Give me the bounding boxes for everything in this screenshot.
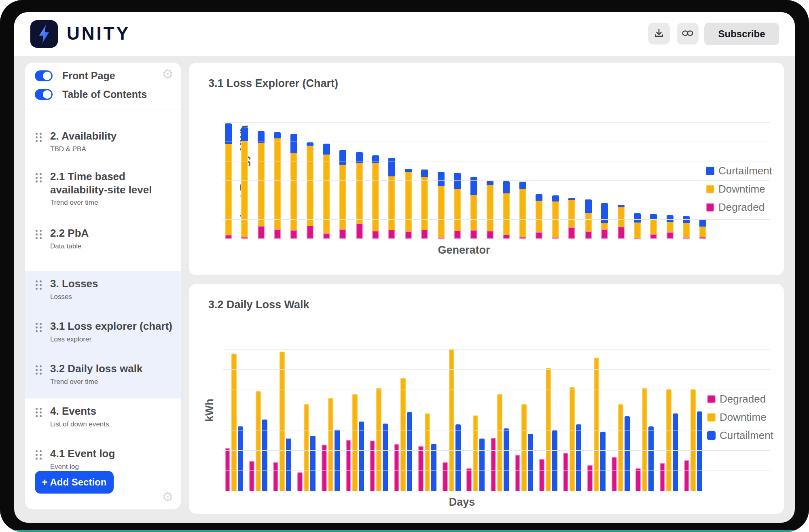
drag-handle-icon[interactable] xyxy=(36,280,42,290)
stacked-bar xyxy=(487,181,493,239)
share-link-button[interactable] xyxy=(677,23,699,45)
section-title: 2. Availability xyxy=(50,129,173,143)
download-button[interactable] xyxy=(648,23,670,45)
degraded-swatch-icon xyxy=(707,395,716,403)
day-group xyxy=(394,378,412,491)
degraded-segment xyxy=(470,230,477,239)
gridline xyxy=(223,239,770,239)
sidebar-section-item[interactable]: 4. EventsList of down events xyxy=(25,405,181,428)
curtailment-segment xyxy=(470,177,477,195)
toggle-knob xyxy=(43,72,51,80)
day-group xyxy=(370,388,388,491)
day-group xyxy=(491,394,509,491)
x-axis-label: Generator xyxy=(223,244,705,256)
downtime-segment xyxy=(339,165,346,229)
section-subtitle: Trend over time xyxy=(50,378,181,386)
downtime-segment xyxy=(601,223,608,229)
add-section-button[interactable]: + Add Section xyxy=(35,471,114,494)
toggle-row: Front Page xyxy=(35,70,115,82)
drag-handle-icon[interactable] xyxy=(36,408,42,417)
stacked-bar xyxy=(634,213,641,239)
degraded-segment xyxy=(536,232,542,239)
stacked-bar xyxy=(618,205,625,239)
degraded-segment xyxy=(487,231,493,239)
degraded-bar xyxy=(612,457,617,491)
degraded-segment xyxy=(258,226,265,239)
y-axis-label: kWh xyxy=(203,399,216,422)
drag-handle-icon[interactable] xyxy=(36,450,42,460)
downtime-bar xyxy=(521,404,527,491)
curtailment-bar xyxy=(286,439,291,491)
curtailment-bar xyxy=(310,436,316,492)
curtailment-segment xyxy=(667,215,673,222)
loss-explorer-card: 3.1 Loss Explorer (Chart) Lost Energy MW… xyxy=(189,63,784,275)
section-subtitle: Loss explorer xyxy=(50,335,181,343)
curtailment-bar xyxy=(576,424,581,491)
legend-label: Curtailment xyxy=(720,429,773,442)
legend-label: Downtime xyxy=(720,411,767,424)
gridline xyxy=(223,430,770,430)
legend-label: Degraded xyxy=(720,393,766,405)
sidebar-section-item[interactable]: 2. AvailabilityTBD & PBA xyxy=(25,129,181,153)
gear-icon[interactable]: ⚙ xyxy=(162,490,174,503)
downtime-segment xyxy=(290,153,297,230)
drag-handle-icon[interactable] xyxy=(36,323,42,332)
day-group xyxy=(635,388,654,491)
sidebar-section-item[interactable]: 3. LossesLosses xyxy=(25,277,181,301)
toggle-switch[interactable] xyxy=(35,89,53,100)
degraded-bar xyxy=(660,463,665,491)
drag-handle-icon[interactable] xyxy=(36,133,42,142)
downtime-segment xyxy=(307,146,313,226)
curtailment-segment xyxy=(438,172,445,186)
downtime-segment xyxy=(323,155,330,233)
link-icon xyxy=(682,27,694,40)
legend-entry: Downtime xyxy=(707,408,773,426)
downtime-segment xyxy=(487,185,493,231)
legend-entry: Degraded xyxy=(706,198,772,216)
stacked-bar xyxy=(323,144,330,239)
subscribe-button[interactable]: Subscribe xyxy=(704,23,779,45)
sidebar-toggle-area: ⚙ Front PageTable of Contents xyxy=(25,63,181,110)
degraded-bar xyxy=(515,455,520,491)
gear-icon[interactable]: ⚙ xyxy=(162,68,174,81)
downtime-bar xyxy=(497,394,502,491)
curtailment-segment xyxy=(650,214,657,220)
drag-handle-icon[interactable] xyxy=(36,173,42,182)
degraded-segment xyxy=(568,227,575,239)
section-subtitle: Event log xyxy=(50,463,181,471)
degraded-segment xyxy=(421,230,428,239)
stacked-bar xyxy=(274,132,281,239)
section-title: 4.1 Event log xyxy=(50,447,173,460)
downtime-bar xyxy=(594,358,599,491)
curtailment-swatch-icon xyxy=(707,431,716,440)
sidebar-section-item[interactable]: 2.2 PbAData table xyxy=(25,227,181,250)
curtailment-segment xyxy=(307,142,313,145)
stacked-bar xyxy=(667,215,673,239)
downtime-bar xyxy=(618,404,623,491)
drag-handle-icon[interactable] xyxy=(36,365,42,375)
toggle-switch[interactable] xyxy=(35,70,53,81)
degraded-bar xyxy=(635,468,641,492)
downtime-bar xyxy=(304,404,309,491)
gridline xyxy=(223,369,770,370)
degraded-segment xyxy=(372,231,379,239)
day-group xyxy=(297,404,316,491)
downtime-segment xyxy=(519,189,526,237)
day-group xyxy=(515,404,533,491)
sidebar-section-item[interactable]: 3.1 Loss explorer (chart)Loss explorer xyxy=(25,320,181,343)
chart-title: 3.2 Daily Loss Walk xyxy=(208,299,309,311)
degraded-bar xyxy=(273,462,278,492)
legend: DegradedDowntimeCurtailment xyxy=(707,390,773,445)
stacked-bar xyxy=(307,142,313,239)
section-title: 3.1 Loss explorer (chart) xyxy=(50,320,173,333)
curtailment-segment xyxy=(290,134,297,153)
downtime-bar xyxy=(546,368,551,491)
drag-handle-icon[interactable] xyxy=(36,230,42,239)
stacked-bar xyxy=(225,123,232,239)
sidebar-section-item[interactable]: 4.1 Event logEvent log xyxy=(25,447,181,471)
gridline xyxy=(223,450,770,451)
curtailment-segment xyxy=(241,127,248,141)
sidebar-section-item[interactable]: 2.1 Time based availability-site levelTr… xyxy=(25,170,181,207)
sidebar-section-item[interactable]: 3.2 Daily loss walkTrend over time xyxy=(25,362,181,386)
bottom-accent-strip xyxy=(0,530,809,532)
